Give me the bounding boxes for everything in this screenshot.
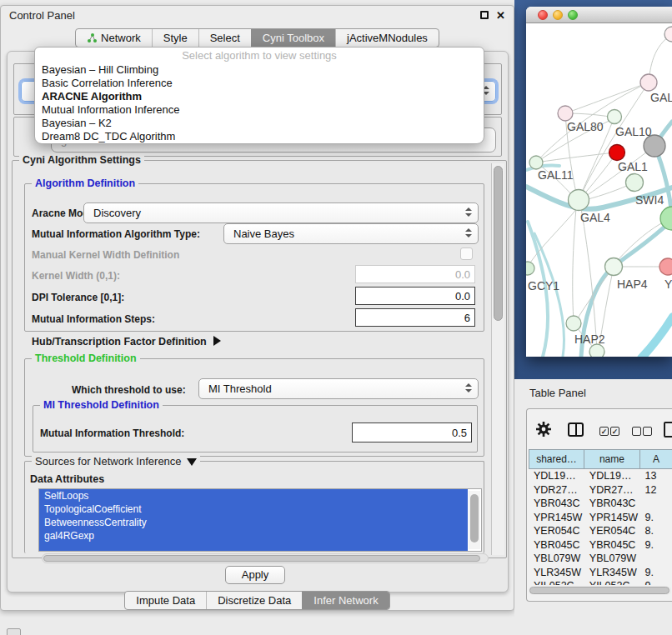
- deselect-all-checkbox-icon[interactable]: [632, 427, 641, 436]
- deselect-all-checkbox-icon[interactable]: [643, 427, 652, 436]
- table-row[interactable]: YIL052CYIL052C9.: [529, 579, 672, 585]
- network-node[interactable]: [558, 106, 573, 121]
- which-threshold-combo[interactable]: MI Threshold: [198, 378, 479, 399]
- table-cell: YDL19…: [529, 469, 584, 483]
- scrollbar-thumb[interactable]: [529, 587, 669, 594]
- minimized-panel-icon[interactable]: [7, 628, 21, 635]
- network-node[interactable]: [640, 74, 657, 91]
- manual-kernel-checkbox[interactable]: [460, 248, 473, 260]
- tab-style[interactable]: Style: [152, 29, 198, 47]
- tab-cyni-toolbox[interactable]: Cyni Toolbox: [251, 29, 335, 47]
- apply-button[interactable]: Apply: [225, 566, 285, 584]
- algorithm-definition-legend: Algorithm Definition: [32, 178, 138, 189]
- network-node[interactable]: [659, 258, 672, 275]
- attribute-item[interactable]: BetweennessCentrality: [39, 516, 468, 529]
- algorithm-option[interactable]: Bayesian – Hill Climbing: [35, 63, 484, 77]
- column-header[interactable]: shared…: [529, 449, 584, 469]
- table-cell: [640, 552, 672, 566]
- tab-impute-data[interactable]: Impute Data: [125, 592, 206, 609]
- float-panel-icon[interactable]: [480, 11, 489, 19]
- tab-infer-network[interactable]: Infer Network: [302, 592, 389, 609]
- mac-close-button[interactable]: [538, 10, 548, 20]
- network-node[interactable]: [589, 344, 604, 357]
- network-canvas[interactable]: GALGAL80GAL10GAL1GAL11SWI4GAL4YHAP4GCY1H…: [526, 23, 672, 357]
- algorithm-option[interactable]: Basic Correlation Inference: [35, 77, 484, 90]
- table-cell: YBR043C: [529, 497, 584, 511]
- gear-icon[interactable]: [535, 421, 552, 438]
- scrollbar-thumb[interactable]: [470, 494, 479, 542]
- network-node[interactable]: [605, 258, 623, 276]
- document-icon[interactable]: [664, 422, 672, 438]
- algorithm-option[interactable]: Bayesian – K2: [35, 117, 484, 130]
- network-node[interactable]: [608, 110, 622, 124]
- network-node[interactable]: [566, 316, 581, 331]
- table-row[interactable]: YBR043CYBR043C: [529, 497, 672, 511]
- kernel-width-field[interactable]: [355, 265, 475, 283]
- scrollbar-thumb[interactable]: [43, 555, 480, 562]
- column-header[interactable]: name: [584, 449, 640, 469]
- mac-minimize-button[interactable]: [553, 10, 563, 20]
- settings-horizontal-scrollbar[interactable]: [42, 553, 489, 563]
- app-root: Control Panel ✕ NetworkStyleSelectCyni T…: [0, 0, 672, 635]
- table-row[interactable]: YBL079WYBL079W: [529, 552, 672, 566]
- tab-jactivemnodules[interactable]: jActiveMNodules: [335, 29, 439, 47]
- data-attributes-list[interactable]: SelfLoopsTopologicalCoefficientBetweenne…: [38, 488, 482, 552]
- table-cell: YBR045C: [529, 538, 584, 552]
- sources-legend[interactable]: Sources for Network Inference: [32, 455, 200, 468]
- node-label: GAL80: [567, 120, 604, 133]
- table-row[interactable]: YER054CYER054C8.: [529, 524, 672, 538]
- algorithm-option[interactable]: ARACNE Algorithm: [35, 90, 484, 103]
- network-node[interactable]: [626, 174, 644, 192]
- table-cell: YDL19…: [584, 469, 640, 483]
- table-row[interactable]: YPR145WYPR145W9.: [529, 511, 672, 525]
- mi-threshold-field[interactable]: [352, 422, 472, 442]
- tab-discretize-data[interactable]: Discretize Data: [206, 592, 302, 609]
- scrollbar-thumb[interactable]: [494, 166, 503, 321]
- attribute-item[interactable]: SelfLoops: [39, 489, 468, 502]
- list-vertical-scrollbar[interactable]: [469, 491, 480, 549]
- select-all-checkbox-icon[interactable]: ✓: [610, 427, 619, 436]
- table-row[interactable]: YDL19…YDL19…13: [529, 469, 672, 483]
- mi-type-combo[interactable]: Naive Bayes: [223, 223, 479, 244]
- table-row[interactable]: YDR27…YDR27…12: [529, 483, 672, 498]
- algorithm-option[interactable]: Dream8 DC_TDC Algorithm: [35, 130, 484, 143]
- aracne-mode-combo[interactable]: Discovery: [83, 202, 479, 223]
- network-node[interactable]: [569, 190, 589, 211]
- attribute-item[interactable]: TopologicalCoefficient: [39, 502, 468, 516]
- algorithm-option[interactable]: Mutual Information Inference: [35, 103, 484, 117]
- table-cell: YDR27…: [584, 483, 640, 498]
- mi-threshold-label: Mutual Information Threshold:: [40, 428, 184, 439]
- node-label: HAP4: [617, 278, 648, 291]
- hub-definition-toggle[interactable]: Hub/Transcription Factor Definition: [32, 336, 221, 348]
- tab-network[interactable]: Network: [76, 29, 152, 47]
- control-panel-title: Control Panel: [9, 9, 75, 22]
- node-label: GAL11: [538, 168, 574, 182]
- network-edge: [641, 317, 672, 357]
- attribute-item[interactable]: gal4RGexp: [39, 529, 468, 542]
- network-node[interactable]: [529, 156, 543, 169]
- dpi-tolerance-field[interactable]: [355, 287, 475, 305]
- table-cell: 13: [640, 469, 672, 483]
- network-view-window: GALGAL80GAL10GAL1GAL11SWI4GAL4YHAP4GCY1H…: [526, 7, 672, 357]
- column-header[interactable]: A: [640, 449, 672, 469]
- table-row[interactable]: YLR345WYLR345W9.: [529, 566, 672, 580]
- network-edge: [565, 82, 649, 113]
- control-panel-window: Control Panel ✕ NetworkStyleSelectCyni T…: [0, 5, 514, 611]
- table-cell: 9.: [640, 566, 672, 580]
- sources-legend-label: Sources for Network Inference: [35, 455, 182, 468]
- select-all-checkbox-icon[interactable]: ✓: [599, 427, 609, 436]
- settings-vertical-scrollbar[interactable]: [491, 163, 504, 555]
- table-horizontal-scrollbar[interactable]: [529, 586, 671, 595]
- dpi-tolerance-label: DPI Tolerance [0,1]:: [32, 292, 124, 303]
- tab-select[interactable]: Select: [198, 29, 251, 47]
- columns-icon[interactable]: [568, 422, 584, 437]
- close-icon[interactable]: ✕: [496, 11, 505, 21]
- node-label: GAL10: [615, 125, 652, 138]
- mi-steps-label: Mutual Information Steps:: [32, 313, 155, 325]
- network-node[interactable]: [526, 262, 534, 275]
- mi-steps-field[interactable]: [355, 308, 475, 327]
- table-row[interactable]: YBR045CYBR045C9.: [529, 538, 672, 552]
- network-node[interactable]: [609, 145, 625, 161]
- control-panel-tabbar: NetworkStyleSelectCyni ToolboxjActiveMNo…: [1, 28, 514, 48]
- mac-zoom-button[interactable]: [568, 10, 578, 20]
